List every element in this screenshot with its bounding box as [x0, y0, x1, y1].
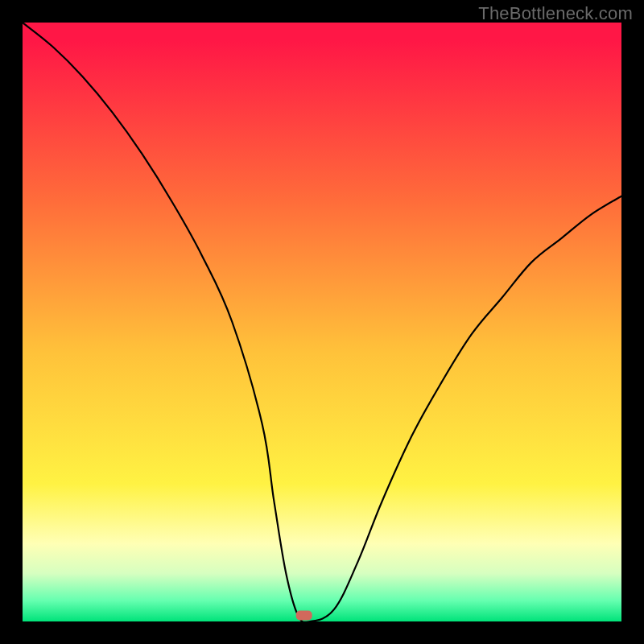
optimal-marker [23, 23, 621, 621]
plot-area [23, 23, 621, 621]
chart-frame: TheBottleneck.com [0, 0, 644, 644]
watermark-text: TheBottleneck.com [478, 3, 633, 24]
svg-rect-0 [296, 611, 312, 621]
